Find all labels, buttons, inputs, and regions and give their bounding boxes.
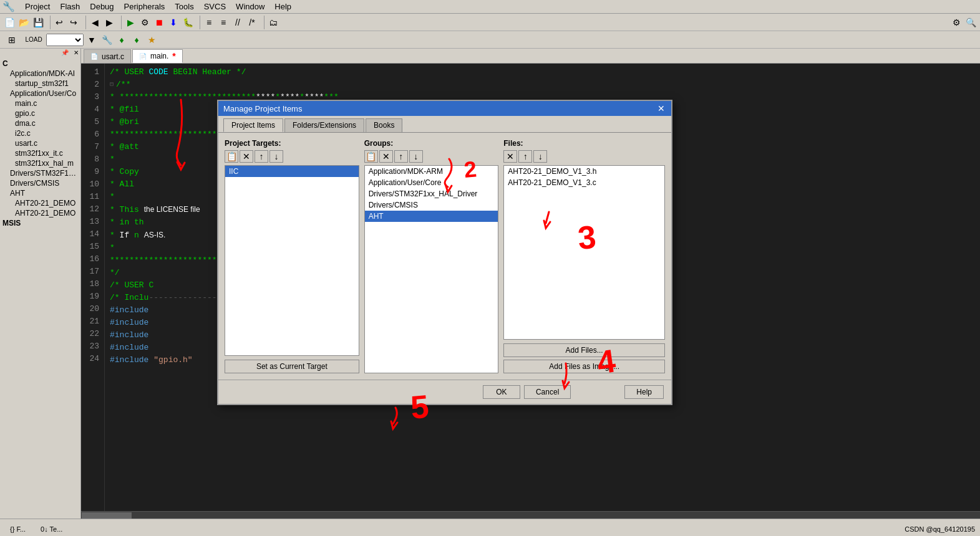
dialog-titlebar: Manage Project Items ✕ bbox=[218, 101, 671, 116]
groups-toolbar: 📋 ✕ ↑ ↓ bbox=[364, 150, 499, 163]
targets-list[interactable]: IIC bbox=[225, 165, 359, 356]
targets-column: Project Targets: 📋 ✕ ↑ ↓ IIC Set as Curr… bbox=[225, 139, 359, 373]
dialog-tab-project-items[interactable]: Project Items bbox=[223, 118, 283, 132]
add-files-as-image-btn[interactable]: Add Files as Image... bbox=[503, 360, 665, 373]
files-label: Files: bbox=[503, 139, 665, 148]
add-files-btn[interactable]: Add Files... bbox=[503, 343, 665, 357]
groups-down-btn[interactable]: ↓ bbox=[409, 150, 423, 163]
file-item-0[interactable]: AHT20-21_DEMO_V1_3.h bbox=[504, 166, 664, 177]
dialog-help-btn[interactable]: Help bbox=[624, 385, 664, 399]
dialog-title-text: Manage Project Items bbox=[223, 104, 302, 113]
file-item-1[interactable]: AHT20-21_DEMO_V1_3.c bbox=[504, 177, 664, 188]
files-list[interactable]: AHT20-21_DEMO_V1_3.h AHT20-21_DEMO_V1_3.… bbox=[503, 165, 665, 340]
dialog: Manage Project Items ✕ Project Items Fol… bbox=[217, 100, 672, 405]
files-del-btn[interactable]: ✕ bbox=[503, 150, 517, 163]
group-item-3[interactable]: Drivers/CMSIS bbox=[365, 199, 498, 211]
groups-del-btn[interactable]: ✕ bbox=[379, 150, 393, 163]
dialog-tab-folders[interactable]: Folders/Extensions bbox=[284, 118, 364, 132]
dialog-footer: OK Cancel Help bbox=[218, 380, 671, 404]
group-item-1[interactable]: Application/User/Core bbox=[365, 177, 498, 188]
targets-toolbar: 📋 ✕ ↑ ↓ bbox=[225, 150, 359, 163]
dialog-close-btn[interactable]: ✕ bbox=[656, 103, 666, 113]
files-column: Files: ✕ ↑ ↓ AHT20-21_DEMO_V1_3.h AHT20-… bbox=[503, 139, 665, 373]
set-current-target-btn[interactable]: Set as Current Target bbox=[225, 360, 359, 373]
groups-label: Groups: bbox=[364, 139, 499, 148]
dialog-content: Project Targets: 📋 ✕ ↑ ↓ IIC Set as Curr… bbox=[218, 133, 671, 380]
groups-up-btn[interactable]: ↑ bbox=[394, 150, 408, 163]
targets-label: Project Targets: bbox=[225, 139, 359, 148]
groups-column: Groups: 📋 ✕ ↑ ↓ Application/MDK-ARM Appl… bbox=[364, 139, 499, 373]
targets-add-btn[interactable]: 📋 bbox=[225, 150, 238, 163]
group-item-2[interactable]: Drivers/STM32F1xx_HAL_Driver bbox=[365, 188, 498, 199]
targets-down-btn[interactable]: ↓ bbox=[269, 150, 283, 163]
files-down-btn[interactable]: ↓ bbox=[533, 150, 547, 163]
groups-list[interactable]: Application/MDK-ARM Application/User/Cor… bbox=[364, 165, 499, 373]
dialog-ok-btn[interactable]: OK bbox=[483, 385, 520, 399]
dialog-cancel-btn[interactable]: Cancel bbox=[524, 385, 571, 399]
dialog-tab-books[interactable]: Books bbox=[366, 118, 402, 132]
target-item-iic[interactable]: IIC bbox=[225, 166, 359, 177]
targets-del-btn[interactable]: ✕ bbox=[240, 150, 253, 163]
dialog-overlay: Manage Project Items ✕ Project Items Fol… bbox=[0, 0, 980, 536]
groups-add-btn[interactable]: 📋 bbox=[364, 150, 378, 163]
group-item-0[interactable]: Application/MDK-ARM bbox=[365, 166, 498, 177]
targets-up-btn[interactable]: ↑ bbox=[255, 150, 268, 163]
dialog-tab-bar: Project Items Folders/Extensions Books bbox=[218, 116, 671, 133]
files-up-btn[interactable]: ↑ bbox=[518, 150, 532, 163]
group-item-4[interactable]: AHT bbox=[365, 211, 498, 222]
files-toolbar: ✕ ↑ ↓ bbox=[503, 150, 665, 163]
